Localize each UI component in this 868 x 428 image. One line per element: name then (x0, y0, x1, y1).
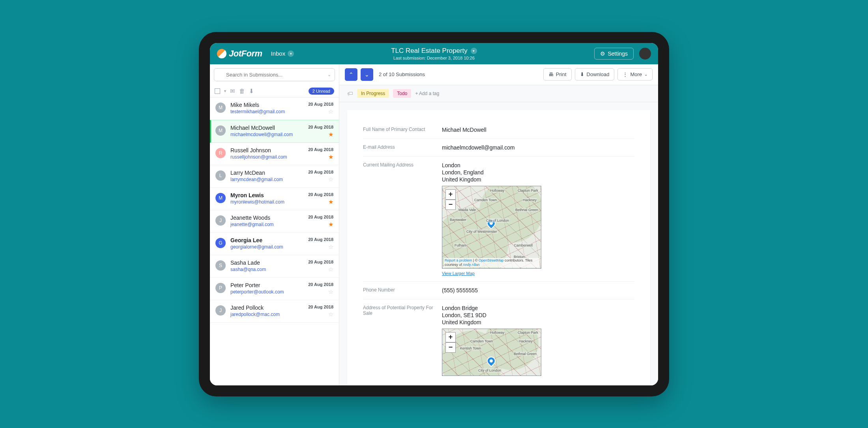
map-place-label: Kentish Town (460, 346, 481, 350)
view-larger-map-link[interactable]: View Larger Map (442, 271, 634, 276)
star-icon[interactable]: ☆ (308, 288, 333, 295)
submission-name: Michael McDowell (230, 125, 303, 131)
submission-date: 20 Aug 2018 (308, 305, 333, 309)
address-line: London Bridge (442, 305, 634, 311)
submission-name: Sasha Lade (230, 260, 303, 266)
submissions-list[interactable]: M Mike Mikels testermikhael@gmail.com 20… (210, 97, 339, 385)
submission-meta: 20 Aug 2018 ★ (308, 125, 333, 138)
submission-item[interactable]: S Sasha Lade sasha@qna.com 20 Aug 2018 ☆ (210, 255, 339, 278)
logo-icon (217, 49, 226, 58)
more-icon: ⋮ (623, 71, 628, 77)
submission-item[interactable]: J Jared Pollock jaredpollock@mac.com 20 … (210, 300, 339, 323)
address-line: London (442, 162, 634, 168)
tag-bar: 🏷 In Progress Todo + Add a tag (339, 85, 658, 102)
star-icon[interactable]: ☆ (308, 243, 333, 250)
mail-icon[interactable]: ✉ (230, 88, 235, 95)
field-value: Michael McDowell (442, 127, 634, 133)
download-icon: ⬇ (580, 71, 584, 77)
inbox-dropdown[interactable]: Inbox ▾ (271, 50, 294, 57)
field-phone: Phone Number (555) 5555555 (363, 282, 634, 299)
unread-badge[interactable]: 2 Unread (309, 88, 334, 95)
submission-meta: 20 Aug 2018 ★ (308, 147, 333, 161)
submission-date: 20 Aug 2018 (308, 192, 333, 197)
submission-content: Georgia Lee georgialorne@gmail.com (230, 237, 303, 250)
submission-item[interactable]: M Michael McDowell michaelmcdowell@gmail… (210, 120, 339, 143)
submission-item[interactable]: M Myron Lewis myronlewis@hotmail.com 20 … (210, 188, 339, 210)
star-icon[interactable]: ☆ (308, 311, 333, 318)
address-line: London, SE1 9DD (442, 312, 634, 318)
submission-email: larrymcdean@gmail.com (230, 177, 303, 182)
submission-email: georgialorne@gmail.com (230, 244, 303, 250)
star-icon[interactable]: ★ (308, 153, 333, 161)
tag-todo[interactable]: Todo (393, 89, 411, 98)
search-input[interactable] (214, 68, 335, 81)
user-avatar[interactable] (639, 48, 651, 60)
star-icon[interactable]: ☆ (308, 176, 333, 183)
toolbar-right: 🖶 Print ⬇ Download ⋮ More ⌄ (543, 68, 653, 80)
map-widget[interactable]: + − Holloway Clapton Park Camden Town Ha… (442, 186, 541, 269)
map-place-label: Camberwell (513, 243, 533, 247)
report-problem-link[interactable]: Report a problem (445, 258, 472, 262)
trash-icon[interactable]: 🗑 (239, 88, 245, 94)
osm-link[interactable]: OpenStreetMap (479, 258, 504, 262)
zoom-out-button[interactable]: − (445, 200, 456, 210)
map-place-label: Maida Vale (458, 208, 476, 212)
settings-label: Settings (608, 50, 628, 57)
next-button[interactable]: ⌄ (361, 68, 373, 81)
chevron-down-icon[interactable]: ⌄ (327, 72, 331, 77)
map-widget[interactable]: + − Holloway Clapton Park Camden Town Ha… (442, 329, 541, 376)
form-title-dropdown[interactable]: TLC Real Estate Property ▾ (391, 47, 477, 55)
chevron-down-icon: ▾ (288, 50, 294, 57)
map-place-label: City of Westminster (466, 230, 498, 234)
submission-item[interactable]: R Russell Johnson russelljohnson@gmail.c… (210, 143, 339, 165)
submission-content: Mike Mikels testermikhael@gmail.com (230, 102, 303, 114)
detail-toolbar: ⌃ ⌄ 2 of 10 Submissions 🖶 Print ⬇ Downlo… (339, 64, 658, 85)
chevron-down-icon: ⌄ (644, 72, 647, 77)
submission-date: 20 Aug 2018 (308, 125, 333, 129)
submission-item[interactable]: J Jeanette Woods jeanette@gmail.com 20 A… (210, 210, 339, 233)
submission-name: Russell Johnson (230, 147, 303, 153)
tiles-author-link[interactable]: Andy Allan (463, 263, 480, 267)
zoom-out-button[interactable]: − (445, 342, 456, 353)
tag-in-progress[interactable]: In Progress (357, 89, 389, 98)
prev-button[interactable]: ⌃ (345, 68, 357, 81)
print-button[interactable]: 🖶 Print (543, 68, 572, 80)
brand-logo[interactable]: JotForm (217, 49, 262, 59)
address-line: United Kingdom (442, 176, 634, 183)
header-right: ⚙ Settings (594, 48, 651, 60)
zoom-in-button[interactable]: + (445, 189, 456, 200)
submission-email: jeanette@gmail.com (230, 222, 303, 227)
download-icon[interactable]: ⬇ (249, 88, 254, 95)
settings-button[interactable]: ⚙ Settings (594, 48, 634, 60)
star-icon[interactable]: ★ (308, 131, 333, 138)
submission-content: Michael McDowell michaelmcdowell@gmail.c… (230, 125, 303, 137)
star-icon[interactable]: ★ (308, 221, 333, 228)
map-zoom-controls: + − (445, 332, 456, 353)
download-button[interactable]: ⬇ Download (575, 68, 615, 80)
submission-email: sasha@qna.com (230, 267, 303, 272)
tablet-frame: JotForm Inbox ▾ TLC Real Estate Property… (199, 32, 669, 396)
field-value: London Bridge London, SE1 9DD United Kin… (442, 305, 634, 376)
submission-email: testermikhael@gmail.com (230, 109, 303, 114)
map-place-label: Fulham (454, 243, 467, 247)
submission-content: Peter Porter peterporter@outlook.com (230, 282, 303, 295)
submissions-sidebar: 🔍 ⌄ ▾ ✉ 🗑 ⬇ 2 Unread M Mike Mikels teste… (210, 64, 339, 385)
chevron-down-icon[interactable]: ▾ (224, 89, 226, 93)
select-all-checkbox[interactable] (215, 88, 220, 94)
submission-date: 20 Aug 2018 (308, 282, 333, 287)
more-button[interactable]: ⋮ More ⌄ (617, 68, 653, 80)
star-icon[interactable]: ★ (308, 198, 333, 206)
submission-content: Jeanette Woods jeanette@gmail.com (230, 215, 303, 227)
map-place-label: Bethnal Green (513, 352, 537, 356)
zoom-in-button[interactable]: + (445, 332, 456, 342)
submission-item[interactable]: L Larry McDean larrymcdean@gmail.com 20 … (210, 165, 339, 188)
star-icon[interactable]: ☆ (308, 266, 333, 273)
star-icon[interactable]: ☆ (308, 108, 333, 115)
field-label: Current Mailing Address (363, 162, 434, 276)
detail-scroll[interactable]: Full Name of Primary Contact Michael McD… (339, 102, 658, 385)
field-mailing-address: Current Mailing Address London London, E… (363, 157, 634, 282)
submission-item[interactable]: M Mike Mikels testermikhael@gmail.com 20… (210, 97, 339, 120)
add-tag-button[interactable]: + Add a tag (415, 91, 439, 96)
submission-item[interactable]: P Peter Porter peterporter@outlook.com 2… (210, 278, 339, 300)
submission-item[interactable]: G Georgia Lee georgialorne@gmail.com 20 … (210, 233, 339, 255)
